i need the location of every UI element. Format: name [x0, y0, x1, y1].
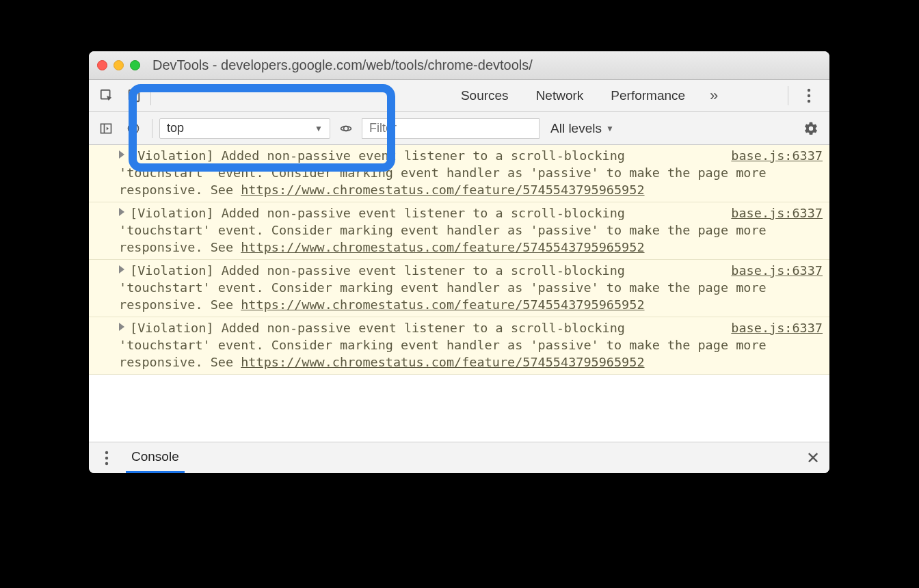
svg-point-13	[105, 451, 108, 453]
console-messages[interactable]: base.js:6337[Violation] Added non-passiv…	[89, 145, 829, 442]
tab-separator	[150, 86, 151, 105]
console-message[interactable]: base.js:6337[Violation] Added non-passiv…	[89, 202, 829, 260]
expand-triangle-icon[interactable]	[119, 265, 124, 273]
svg-marker-8	[107, 126, 109, 130]
expand-triangle-icon[interactable]	[119, 323, 124, 331]
live-expression-icon[interactable]	[334, 117, 358, 140]
toolbar-separator	[152, 119, 152, 138]
svg-rect-6	[101, 124, 111, 133]
svg-line-10	[130, 125, 137, 132]
more-tabs-icon[interactable]: »	[699, 87, 729, 105]
console-settings-icon[interactable]	[803, 121, 824, 136]
log-levels-select[interactable]: All levels ▼	[544, 121, 621, 136]
tab-network[interactable]: Network	[522, 80, 598, 111]
console-toolbar: top ▼ All levels ▼	[89, 112, 829, 145]
console-message[interactable]: base.js:6337[Violation] Added non-passiv…	[89, 317, 829, 375]
toggle-sidebar-icon[interactable]	[94, 117, 118, 140]
svg-rect-2	[133, 92, 139, 101]
svg-point-4	[808, 94, 810, 97]
svg-point-11	[344, 126, 349, 131]
minimize-window-button[interactable]	[114, 60, 124, 70]
chevron-down-icon: ▼	[606, 124, 614, 133]
message-link[interactable]: https://www.chromestatus.com/feature/574…	[241, 297, 644, 312]
device-toolbar-icon[interactable]	[120, 80, 148, 111]
message-source-link[interactable]: base.js:6337	[717, 148, 823, 165]
expand-triangle-icon[interactable]	[119, 208, 124, 216]
context-label: top	[167, 121, 184, 135]
close-window-button[interactable]	[97, 60, 107, 70]
tab-sources[interactable]: Sources	[447, 80, 522, 111]
svg-point-5	[808, 100, 810, 103]
svg-point-14	[105, 456, 108, 459]
close-drawer-icon[interactable]: ✕	[802, 449, 824, 468]
message-link[interactable]: https://www.chromestatus.com/feature/574…	[241, 183, 644, 197]
message-source-link[interactable]: base.js:6337	[717, 205, 823, 222]
expand-triangle-icon[interactable]	[119, 150, 124, 159]
message-link[interactable]: https://www.chromestatus.com/feature/574…	[241, 355, 644, 369]
drawer-tab-console[interactable]: Console	[126, 442, 185, 473]
message-source-link[interactable]: base.js:6337	[717, 320, 823, 337]
panel-tabbar: Elements Console Sources Network Perform…	[89, 80, 829, 112]
message-text: [Violation] Added non-passive event list…	[119, 263, 767, 312]
message-text: [Violation] Added non-passive event list…	[119, 206, 767, 254]
svg-point-12	[341, 126, 351, 131]
titlebar: DevTools - developers.google.com/web/too…	[89, 51, 829, 80]
chevron-down-icon: ▼	[315, 124, 323, 133]
clear-console-icon[interactable]	[122, 117, 145, 140]
console-message[interactable]: base.js:6337[Violation] Added non-passiv…	[89, 260, 829, 317]
drawer-menu-icon[interactable]	[94, 451, 119, 466]
maximize-window-button[interactable]	[130, 60, 140, 70]
svg-point-3	[808, 89, 810, 92]
message-text: [Violation] Added non-passive event list…	[119, 321, 767, 369]
tab-performance[interactable]: Performance	[597, 80, 699, 111]
customize-devtools-icon[interactable]	[797, 88, 821, 103]
execution-context-select[interactable]: top ▼	[159, 118, 330, 139]
message-source-link[interactable]: base.js:6337	[717, 263, 823, 280]
svg-point-15	[105, 462, 108, 464]
drawer: Console ✕	[89, 442, 829, 473]
inspect-element-icon[interactable]	[93, 80, 120, 111]
traffic-lights	[97, 60, 140, 70]
levels-label: All levels	[550, 121, 602, 136]
filter-input[interactable]	[362, 118, 540, 139]
message-link[interactable]: https://www.chromestatus.com/feature/574…	[241, 240, 644, 254]
window-title: DevTools - developers.google.com/web/too…	[152, 57, 533, 73]
tab-separator	[788, 86, 788, 105]
message-text: [Violation] Added non-passive event list…	[119, 148, 767, 197]
console-message[interactable]: base.js:6337[Violation] Added non-passiv…	[89, 145, 829, 202]
devtools-window: DevTools - developers.google.com/web/too…	[89, 51, 829, 473]
